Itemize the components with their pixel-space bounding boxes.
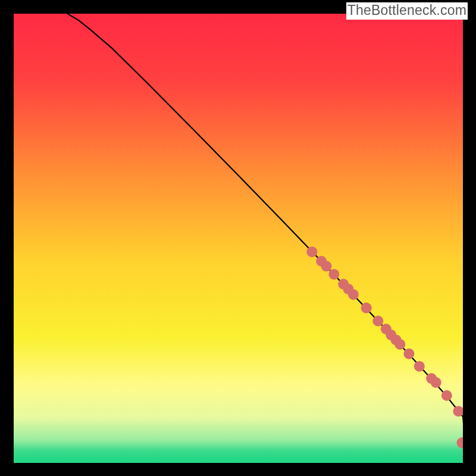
data-point: [321, 261, 331, 271]
data-point: [394, 339, 405, 350]
chart-svg: [14, 14, 463, 463]
data-point: [441, 390, 452, 401]
data-point: [361, 303, 372, 314]
data-point: [431, 377, 441, 388]
data-point: [328, 269, 339, 280]
chart-background: [14, 14, 463, 463]
data-point: [403, 349, 414, 359]
watermark-text: TheBottleneck.com: [346, 2, 468, 20]
chart-frame: TheBottleneck.com: [0, 0, 476, 476]
data-point: [414, 361, 425, 372]
data-point: [372, 315, 383, 326]
data-point: [348, 289, 359, 300]
chart-plot-area: [14, 14, 463, 463]
data-point: [306, 246, 317, 257]
